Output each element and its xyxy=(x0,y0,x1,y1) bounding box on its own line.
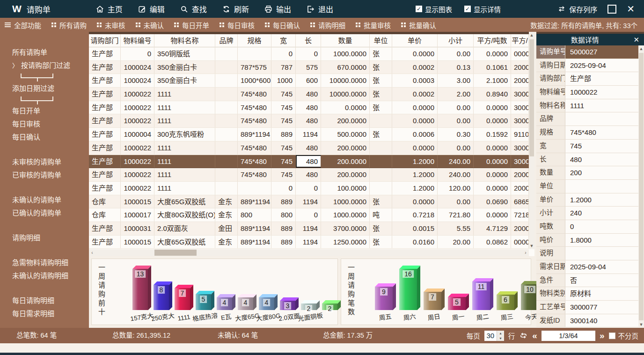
checkbox-checked-icon[interactable]: ✓ xyxy=(416,6,422,12)
cell[interactable]: 1.2000 xyxy=(392,182,438,195)
menu-item-编辑[interactable]: 编辑 xyxy=(138,3,165,15)
menu-item-主页[interactable]: 主页 xyxy=(95,3,123,15)
cell[interactable]: 0.0000 xyxy=(392,195,438,208)
cell[interactable]: 480 xyxy=(296,114,321,127)
menu-item-输出[interactable]: 输出 xyxy=(264,3,291,15)
cell[interactable]: 金田 xyxy=(215,222,238,235)
cell[interactable]: 200.0000 xyxy=(321,155,370,168)
scroll-right-icon[interactable]: › xyxy=(522,249,529,256)
cell[interactable]: 0.00 xyxy=(438,195,474,208)
cell[interactable]: 1111 xyxy=(154,114,215,127)
cell[interactable]: 1000.0000 xyxy=(321,47,370,60)
cell[interactable]: 吨 xyxy=(370,208,392,222)
cell[interactable]: 300克东帆哑粉 xyxy=(154,128,215,141)
cell[interactable] xyxy=(370,155,392,168)
column-header-宽[interactable]: 宽 xyxy=(271,34,296,47)
cell[interactable]: 787*575 xyxy=(238,61,271,74)
cell[interactable]: 0.0160 xyxy=(392,236,438,249)
cell[interactable]: 480 xyxy=(296,155,321,168)
cell[interactable]: 1000022 xyxy=(121,114,154,127)
cell[interactable]: 3000 xyxy=(511,141,529,155)
table-row[interactable]: 生产部1000024350金丽白卡1000*600100060010000.00… xyxy=(89,74,529,88)
ribbon-item-未确认[interactable]: 未确认 xyxy=(136,20,164,30)
cell[interactable]: 600 xyxy=(296,74,321,87)
table-row[interactable]: 生产部1000022111100100.00001.2000120.000.00… xyxy=(89,182,529,195)
cell[interactable]: 3.00 xyxy=(438,74,474,87)
cell[interactable]: 金东 xyxy=(215,236,238,249)
cell[interactable]: 1111 xyxy=(154,141,215,155)
vertical-scrollbar[interactable]: ▲ ▼ xyxy=(529,32,534,249)
cell[interactable]: 4.7129 xyxy=(474,222,511,235)
ribbon-item-每日确认[interactable]: 每日确认 xyxy=(265,20,300,30)
cell[interactable]: 1194 xyxy=(296,222,321,235)
cell[interactable] xyxy=(215,47,238,60)
scroll-down-icon[interactable]: ▼ xyxy=(529,243,534,249)
cell[interactable]: 0.0000 xyxy=(474,182,511,195)
ribbon-item-批量确认[interactable]: 批量确认 xyxy=(401,20,436,30)
cell[interactable]: 480 xyxy=(296,101,321,114)
per-page-value[interactable]: 30 xyxy=(484,331,497,341)
ribbon-item-每日审核[interactable]: 每日审核 xyxy=(220,20,255,30)
cell[interactable]: 1000015 xyxy=(121,195,154,208)
sidebar-item-每日需求明细[interactable]: 每日需求明细 xyxy=(0,307,89,320)
cell[interactable]: 10000.0000 xyxy=(321,88,370,101)
sidebar-item-急需物料请购明细[interactable]: 急需物料请购明细 xyxy=(0,256,89,269)
no-paging-checkbox[interactable] xyxy=(609,333,615,339)
menu-item-查找[interactable]: 查找 xyxy=(180,3,207,15)
cell[interactable]: 1000017 xyxy=(121,208,154,222)
cell[interactable]: 0.0000 xyxy=(321,101,370,114)
cell[interactable]: 0.0000 xyxy=(474,101,511,114)
cell[interactable]: 3000 xyxy=(511,155,529,168)
cell[interactable]: 745 xyxy=(271,141,296,155)
cell[interactable]: 2000 xyxy=(511,182,529,195)
cell[interactable]: 0.13 xyxy=(438,61,474,74)
cell[interactable]: 1000022 xyxy=(121,101,154,114)
cell[interactable]: 0.0000 xyxy=(474,114,511,127)
cell[interactable] xyxy=(215,141,238,155)
cell[interactable]: 5.55 xyxy=(438,222,474,235)
column-header-数量[interactable]: 数量 xyxy=(321,34,370,47)
cell[interactable]: 0.00 xyxy=(438,101,474,114)
horizontal-scrollbar[interactable]: ‹ › xyxy=(89,249,529,256)
table-row[interactable]: 生产部10000221111745*4807454800.0000张0.0000… xyxy=(89,101,529,115)
cell[interactable]: 1000022 xyxy=(121,182,154,195)
cell[interactable]: 1111 xyxy=(154,155,215,168)
cell[interactable]: 0.00 xyxy=(438,47,474,60)
cell[interactable]: 0000 xyxy=(511,47,529,60)
cell[interactable]: 0.8940 xyxy=(474,88,511,101)
sidebar-item-未确认的请购单[interactable]: 未确认的请购单 xyxy=(0,193,89,207)
cell[interactable]: 2.0双面灰 xyxy=(154,222,215,235)
cell[interactable]: 745 xyxy=(271,168,296,181)
cell[interactable]: 1000015 xyxy=(121,236,154,249)
menu-item-退出[interactable]: 退出 xyxy=(306,3,333,15)
cell[interactable]: 120.00 xyxy=(438,182,474,195)
cell[interactable]: 745*480 xyxy=(238,88,271,101)
cell[interactable]: 1000.0000 xyxy=(321,195,370,208)
table-row[interactable]: 生产部0350铜版纸001000.0000张0.00000.000.000000… xyxy=(89,47,529,61)
cell[interactable]: 889*1194 xyxy=(238,128,271,141)
cell[interactable]: 仓库 xyxy=(89,195,121,208)
cell[interactable]: 800 xyxy=(238,208,271,222)
save-column-order-button[interactable]: 保存列序 xyxy=(557,4,597,14)
detail-scrollbar-thumb[interactable] xyxy=(639,53,644,320)
cell[interactable] xyxy=(215,88,238,101)
toggle-显示详情[interactable]: ✓显示详情 xyxy=(464,4,501,14)
ribbon-item-批量审核[interactable]: 批量审核 xyxy=(356,20,391,30)
cell[interactable]: 1000024 xyxy=(121,61,154,74)
cell[interactable]: 0.0000 xyxy=(392,101,438,114)
cell[interactable]: 670.0000 xyxy=(321,61,370,74)
cell[interactable]: 1000022 xyxy=(121,88,154,101)
column-header-平方/[interactable]: 平方/ xyxy=(511,34,529,47)
ribbon-item-未审核[interactable]: 未审核 xyxy=(97,20,125,30)
cell[interactable]: 生产部 xyxy=(89,155,121,168)
cell[interactable] xyxy=(370,168,392,181)
cell[interactable]: 889*1194 xyxy=(238,236,271,249)
cell[interactable]: 生产部 xyxy=(89,168,121,181)
cell[interactable]: 2000 xyxy=(511,222,529,235)
cell[interactable]: 1111 xyxy=(154,88,215,101)
cell[interactable]: 1000022 xyxy=(121,155,154,168)
column-header-规格[interactable]: 规格 xyxy=(238,34,271,47)
column-header-物料名称[interactable]: 物料名称 xyxy=(154,34,215,47)
cell[interactable]: 240.00 xyxy=(438,168,474,181)
page-indicator[interactable]: 1/3/64 xyxy=(542,331,595,341)
